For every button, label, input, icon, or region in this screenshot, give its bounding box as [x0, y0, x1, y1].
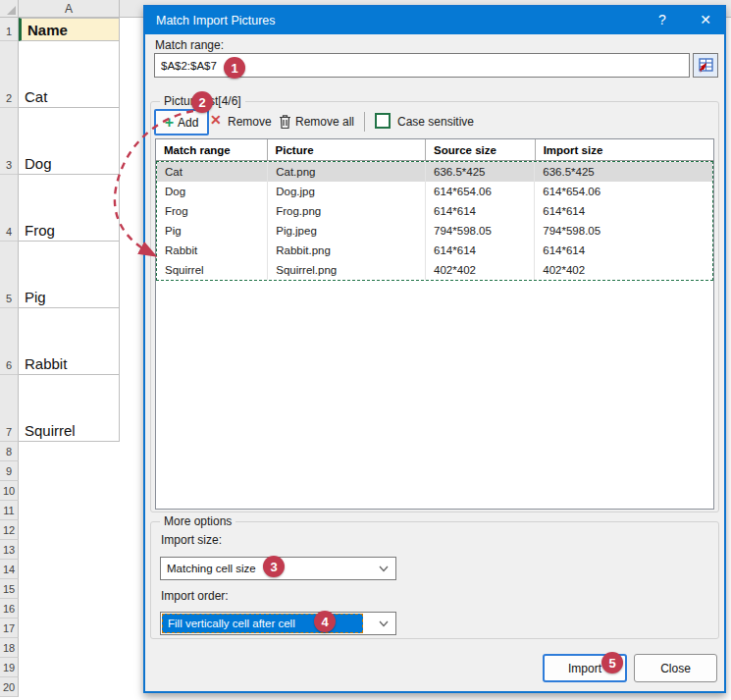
- step-badge-3: 3: [263, 556, 285, 577]
- table-row[interactable]: RabbitRabbit.png614*614614*614: [157, 241, 712, 260]
- plus-icon: +: [165, 115, 174, 131]
- table-row[interactable]: FrogFrog.png614*614614*614: [157, 201, 712, 221]
- sheet-cell[interactable]: Frog: [19, 175, 120, 242]
- table-cell: Pig: [157, 221, 268, 241]
- table-header-cell[interactable]: Source size: [426, 139, 536, 160]
- table-cell: Frog: [157, 201, 268, 221]
- table-header-row: Match rangePictureSource sizeImport size: [156, 139, 713, 161]
- table-cell: Dog: [157, 182, 268, 201]
- row-header[interactable]: 18: [0, 638, 19, 658]
- select-all-corner[interactable]: [0, 0, 19, 17]
- step-badge-5: 5: [601, 652, 623, 673]
- dialog-title: Match Import Pictures: [156, 14, 276, 27]
- table-cell: 402*402: [535, 260, 712, 280]
- table-cell: Rabbit.png: [268, 241, 426, 260]
- sheet-cell[interactable]: Name: [19, 18, 120, 41]
- case-sensitive-checkbox[interactable]: [375, 113, 391, 129]
- sheet-cell[interactable]: Cat: [19, 41, 120, 108]
- table-cell: Rabbit: [157, 241, 268, 260]
- row-header[interactable]: 2: [0, 41, 19, 108]
- chevron-down-icon: [379, 620, 389, 627]
- row-header[interactable]: 13: [0, 540, 19, 560]
- sheet-cell[interactable]: Squirrel: [19, 375, 120, 442]
- row-header[interactable]: 19: [0, 658, 19, 677]
- sheet-cell[interactable]: Rabbit: [19, 308, 120, 375]
- chevron-down-icon: [379, 565, 389, 572]
- table-header-cell[interactable]: Picture: [268, 139, 426, 160]
- remove-button[interactable]: Remove: [228, 115, 272, 129]
- picture-list-group: Picture list[4/6] + Add ✕ Remove Remove …: [150, 101, 719, 512]
- range-picker-button[interactable]: [693, 53, 718, 78]
- picture-list-table[interactable]: Match rangePictureSource sizeImport size…: [155, 138, 714, 510]
- step-badge-4: 4: [314, 611, 336, 632]
- table-row[interactable]: CatCat.png636.5*425636.5*425: [157, 162, 712, 182]
- add-button-label: Add: [178, 116, 198, 130]
- table-cell: Squirrel: [157, 260, 268, 280]
- case-sensitive-label: Case sensitive: [397, 115, 474, 129]
- import-order-dropdown[interactable]: Fill vertically cell after cell: [160, 612, 396, 635]
- table-row[interactable]: SquirrelSquirrel.png402*402402*402: [157, 260, 712, 280]
- step-badge-2: 2: [191, 91, 213, 113]
- close-icon[interactable]: ✕: [697, 12, 714, 27]
- column-a-header[interactable]: A: [19, 0, 120, 17]
- row-header[interactable]: 9: [0, 461, 19, 481]
- import-size-value: Matching cell size: [161, 563, 256, 574]
- more-options-group-label: More options: [160, 514, 235, 528]
- table-cell: Squirrel.png: [268, 260, 426, 280]
- table-header-cell[interactable]: Import size: [536, 139, 713, 160]
- step-badge-1: 1: [224, 57, 245, 79]
- table-row[interactable]: PigPig.jpeg794*598.05794*598.05: [157, 221, 712, 241]
- range-picker-icon: [697, 58, 714, 74]
- table-cell: 614*654.06: [426, 182, 535, 201]
- row-header[interactable]: 14: [0, 560, 19, 579]
- add-button[interactable]: + Add: [154, 109, 209, 135]
- table-cell: 794*598.05: [535, 221, 712, 241]
- table-cell: 402*402: [426, 260, 535, 280]
- row-header[interactable]: 3: [0, 108, 19, 175]
- more-options-group: More options Import size: Matching cell …: [150, 521, 719, 639]
- toolbar-separator: [364, 112, 365, 132]
- table-header-cell[interactable]: Match range: [156, 139, 268, 160]
- table-cell: 614*614: [535, 241, 712, 260]
- row-header[interactable]: 10: [0, 481, 19, 501]
- match-import-pictures-dialog: Match Import Pictures ? ✕ Match range: P…: [143, 5, 726, 693]
- row-header[interactable]: 11: [0, 501, 19, 520]
- row-header[interactable]: 20: [0, 677, 19, 697]
- close-button[interactable]: Close: [634, 654, 717, 682]
- table-cell: Dog.jpg: [268, 182, 426, 201]
- table-cell: Frog.png: [268, 201, 426, 221]
- table-cell: 794*598.05: [426, 221, 535, 241]
- sheet-cell[interactable]: Dog: [19, 108, 120, 175]
- table-cell: 614*654.06: [535, 182, 712, 201]
- row-header[interactable]: 7: [0, 375, 19, 442]
- row-header[interactable]: 1: [0, 18, 19, 41]
- table-cell: Cat: [157, 162, 268, 182]
- trash-icon: [279, 114, 291, 130]
- row-header[interactable]: 17: [0, 619, 19, 638]
- table-cell: 636.5*425: [426, 162, 535, 182]
- row-header[interactable]: 12: [0, 520, 19, 540]
- help-icon[interactable]: ?: [653, 12, 671, 27]
- row-header[interactable]: 5: [0, 242, 19, 308]
- table-cell: 614*614: [426, 241, 535, 260]
- table-selection-area: CatCat.png636.5*425636.5*425DogDog.jpg61…: [156, 161, 713, 281]
- table-cell: 614*614: [426, 201, 535, 221]
- import-size-label: Import size:: [161, 533, 222, 547]
- match-range-label: Match range:: [155, 38, 224, 52]
- row-header[interactable]: 4: [0, 175, 19, 242]
- table-cell: 636.5*425: [535, 162, 712, 182]
- import-order-label: Import order:: [161, 589, 229, 603]
- row-header[interactable]: 8: [0, 442, 19, 461]
- table-cell: Pig.jpeg: [268, 221, 426, 241]
- remove-all-button[interactable]: Remove all: [295, 115, 354, 129]
- sheet-cell[interactable]: Pig: [19, 242, 120, 308]
- table-cell: Cat.png: [268, 162, 426, 182]
- remove-x-icon: ✕: [210, 112, 222, 128]
- dialog-titlebar[interactable]: Match Import Pictures: [145, 7, 724, 34]
- table-cell: 614*614: [535, 201, 712, 221]
- row-header[interactable]: 16: [0, 599, 19, 619]
- row-header[interactable]: 15: [0, 579, 19, 599]
- row-header[interactable]: 6: [0, 308, 19, 375]
- table-row[interactable]: DogDog.jpg614*654.06614*654.06: [157, 182, 712, 201]
